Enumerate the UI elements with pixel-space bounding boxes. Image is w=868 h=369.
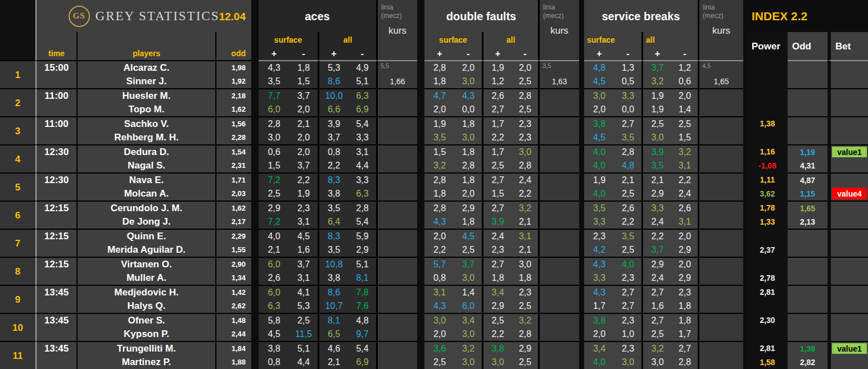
kurs-label: kurs <box>378 26 417 35</box>
service-breaks-surface-minus-value: 2,7 <box>614 299 643 313</box>
double-faults-surface-plus-value: 4,3 <box>424 215 455 229</box>
service-breaks-all-minus-value: 2,8 <box>672 355 699 369</box>
service-breaks-surface-plus-value: 3,3 <box>584 271 614 285</box>
power-value: 1,38 <box>747 116 788 130</box>
double-faults-all-minus-value: 2,5 <box>512 355 540 369</box>
match-time: 11:00 <box>37 88 78 116</box>
aces-all-minus-value: 6,9 <box>349 355 378 369</box>
double-faults-all-minus-value: 2,5 <box>512 299 540 313</box>
player-name: Alcaraz C. <box>78 60 216 74</box>
service-breaks-all-minus-value: 0,6 <box>672 74 699 88</box>
double-faults-surface-plus-value: 2,8 <box>424 172 455 186</box>
service-breaks-all-plus-value: 3,0 <box>643 355 672 369</box>
player-odd: 1,88 <box>216 355 251 369</box>
double-faults-surface-plus-value: 3,0 <box>424 313 455 327</box>
aces-surface-plus-value: 2,6 <box>259 271 290 285</box>
player-name: De Jong J. <box>78 215 216 229</box>
double-faults-all-plus-value: 2,7 <box>483 201 512 215</box>
double-faults-linia-kurs-header: linia(mecz)kurs <box>540 0 579 60</box>
brand-title: GREY STATISTICS <box>96 10 220 22</box>
service-breaks-linia-cell <box>699 229 743 243</box>
index-odd-cell <box>788 229 828 243</box>
power-value: 2,30 <box>747 313 788 327</box>
player-odd: 1,55 <box>216 243 251 257</box>
double-faults-surface-plus-value: 3,5 <box>424 130 455 144</box>
aces-all-minus-value: 9,7 <box>349 327 378 341</box>
service-breaks-surface-plus-value: 4,0 <box>584 144 614 158</box>
double-faults-all-minus-value: 2,3 <box>512 116 540 130</box>
player-name: Medjedovic H. <box>78 285 216 299</box>
aces-all-minus-value: 8,1 <box>349 271 378 285</box>
double-faults-surface-minus-value: 1,8 <box>455 116 483 130</box>
player-name: Halys Q. <box>78 299 216 313</box>
service-breaks-surface-plus-value: 2,3 <box>584 229 614 243</box>
service-breaks-all-minus-value: 2,7 <box>672 341 699 355</box>
service-breaks-all-plus-value: 1,9 <box>643 88 672 102</box>
aces-linia-cell <box>378 88 417 102</box>
bet-cell <box>828 271 868 285</box>
double-faults-all-plus-value: 1,7 <box>483 144 512 158</box>
match-time: 13:45 <box>37 313 78 341</box>
aces-linia-cell <box>378 313 417 327</box>
player-name: Sinner J. <box>78 74 216 88</box>
col-header-time: time <box>37 32 78 60</box>
aces-all-minus-value: 3,3 <box>349 172 378 186</box>
aces-all-plus-value: 3,8 <box>319 186 349 201</box>
service-breaks-all-plus-value: 2,5 <box>643 327 672 341</box>
double-faults-surface-plus-value: 2,2 <box>424 243 455 257</box>
player-odd: 2,44 <box>216 327 251 341</box>
player-name: Virtanen O. <box>78 257 216 271</box>
bet-cell <box>828 257 868 271</box>
double-faults-surface-plus-value: 2,8 <box>424 201 455 215</box>
double-faults-all-minus-value: 2,5 <box>512 74 540 88</box>
aces-minus-header: - <box>290 47 319 60</box>
service-breaks-all-minus-value: 2,9 <box>672 243 699 257</box>
aces-surface-plus-value: 3,0 <box>259 130 290 144</box>
service-breaks-surface-plus-value: 3,3 <box>584 215 614 229</box>
power-value: 2,81 <box>747 285 788 299</box>
match-time: 12:15 <box>37 229 78 257</box>
double-faults-surface-plus-value: 1,8 <box>424 186 455 201</box>
service-breaks-all-plus-value: 2,9 <box>643 257 672 271</box>
kurs-label: kurs <box>540 26 579 35</box>
aces-surface-plus-value: 6,0 <box>259 102 290 116</box>
player-odd: 2,18 <box>216 88 251 102</box>
index-odd-cell <box>788 285 828 299</box>
aces-plus-header: + <box>259 47 290 60</box>
aces-kurs-cell <box>378 327 417 341</box>
app-header: GSGREY STATISTICS12.04 <box>37 0 251 32</box>
grey-statistics-table: GSGREY STATISTICS12.04timeplayersoddaces… <box>0 0 868 369</box>
aces-all-minus-value: 7,8 <box>349 285 378 299</box>
service-breaks-all-plus-value: 2,7 <box>643 285 672 299</box>
odd-column-header: Odd <box>788 32 828 60</box>
aces-surface-minus-value: 1,9 <box>290 186 319 201</box>
power-cell <box>747 299 788 313</box>
aces-surface-minus-value: 2,2 <box>290 172 319 186</box>
player-odd: 1,92 <box>216 74 251 88</box>
row-number: 10 <box>0 313 37 341</box>
aces-surface-minus-value: 2,3 <box>290 201 319 215</box>
service-breaks-surface-plus-value: 3,8 <box>584 116 614 130</box>
index-odd-value: 4,31 <box>788 158 828 172</box>
service-breaks-surface-minus-value: 1,3 <box>614 60 643 74</box>
row-number: 9 <box>0 285 37 313</box>
bet-cell <box>828 285 868 299</box>
double-faults-all-plus-value: 3,9 <box>483 215 512 229</box>
power-value: 2,37 <box>747 243 788 257</box>
aces-linia-cell <box>378 144 417 158</box>
double-faults-all-plus-value: 2,7 <box>483 102 512 116</box>
aces-linia-value: 5,5 <box>378 60 417 74</box>
aces-surface-minus-value: 3,1 <box>290 215 319 229</box>
service-breaks-all-plus-value: 1,9 <box>643 102 672 116</box>
aces-all-plus-value: 3,5 <box>319 243 349 257</box>
service-breaks-surface-plus-value: 4,0 <box>584 355 614 369</box>
aces-linia-cell <box>378 229 417 243</box>
service-breaks-all-plus-value: 2,5 <box>643 116 672 130</box>
aces-kurs-cell <box>378 186 417 201</box>
service-breaks-surface-plus-value: 3,5 <box>584 201 614 215</box>
service-breaks-surface-plus-value: 4,0 <box>584 186 614 201</box>
service-breaks-kurs-cell <box>699 243 743 257</box>
double-faults-kurs-cell <box>540 102 579 116</box>
double-faults-kurs-cell <box>540 271 579 285</box>
double-faults-linia-cell <box>540 144 579 158</box>
